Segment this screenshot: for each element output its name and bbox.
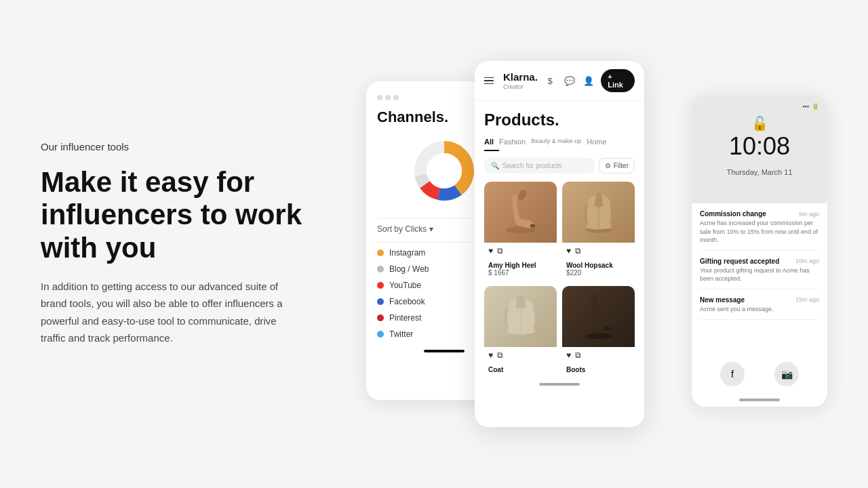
notif-2-time: 10m ago bbox=[795, 258, 819, 264]
copy-icon-3[interactable]: ⧉ bbox=[497, 350, 503, 360]
klarna-brand: Klarna. Creator bbox=[499, 71, 538, 90]
overline-text: Our influencer tools bbox=[41, 141, 326, 152]
notif-3-title: New message bbox=[700, 296, 745, 304]
search-box[interactable]: 🔍 Search for products bbox=[484, 158, 595, 174]
notif-2-header: Gifting request accepted 10m ago bbox=[700, 258, 819, 265]
filter-label: Filter bbox=[614, 162, 629, 169]
product-4-name: Boots bbox=[566, 366, 631, 373]
notif-1-time: 5m ago bbox=[799, 211, 819, 218]
notifications-list: Commission change 5m ago Acme has increa… bbox=[692, 203, 827, 327]
tab-home[interactable]: Home bbox=[587, 138, 612, 151]
phone-card: ▪▪▪ 🔋 🔓 10:08 Thursday, March 11 Commiss… bbox=[692, 95, 827, 407]
notification-3: New message 15m ago Acme sent you a mess… bbox=[700, 296, 819, 320]
notif-3-body: Acme sent you a message. bbox=[700, 305, 819, 314]
notif-1-header: Commission change 5m ago bbox=[700, 210, 819, 218]
product-card-4: ♥ ⧉ Boots bbox=[562, 286, 635, 378]
svg-rect-7 bbox=[530, 224, 535, 228]
hamburger-icon[interactable] bbox=[484, 77, 494, 85]
tab-all[interactable]: All bbox=[484, 138, 499, 151]
chat-icon[interactable]: 💬 bbox=[562, 73, 576, 88]
heart-icon-2[interactable]: ♥ bbox=[566, 246, 571, 256]
products-bottom-bar bbox=[539, 383, 580, 386]
svg-point-11 bbox=[585, 333, 612, 340]
notif-2-title: Gifting request accepted bbox=[700, 258, 779, 265]
klarna-header: Klarna. Creator $ 💬 👤 + Link bbox=[475, 61, 644, 101]
heart-icon-4[interactable]: ♥ bbox=[566, 350, 571, 360]
phone-top: ▪▪▪ 🔋 🔓 10:08 Thursday, March 11 bbox=[692, 95, 827, 203]
tab-beauty[interactable]: Beauty & make-up bbox=[531, 138, 587, 151]
product-4-actions: ♥ ⧉ bbox=[562, 347, 635, 363]
heart-icon-3[interactable]: ♥ bbox=[488, 350, 493, 360]
phone-bottom: f 📷 bbox=[692, 355, 827, 393]
facebook-app-icon[interactable]: f bbox=[720, 362, 745, 386]
search-placeholder: Search for products bbox=[502, 162, 561, 169]
product-img-1 bbox=[484, 182, 557, 243]
user-icon[interactable]: 👤 bbox=[582, 73, 595, 88]
boot-svg bbox=[497, 185, 545, 239]
dot2 bbox=[385, 95, 391, 100]
facebook-dot bbox=[377, 298, 384, 305]
notif-3-header: New message 15m ago bbox=[700, 296, 819, 304]
battery-icon: 🔋 bbox=[812, 103, 819, 110]
product-3-name: Coat bbox=[488, 366, 553, 373]
notif-1-body: Acme has increased your commission per s… bbox=[700, 219, 819, 245]
product-img-2 bbox=[562, 182, 635, 243]
notif-2-body: Your product gifting request to Acme has… bbox=[700, 266, 819, 283]
coat-svg bbox=[575, 185, 623, 239]
pinterest-dot bbox=[377, 314, 384, 321]
product-2-name: Wool Hopsack bbox=[566, 262, 631, 269]
lock-icon: 🔓 bbox=[751, 115, 768, 131]
notification-2: Gifting request accepted 10m ago Your pr… bbox=[700, 258, 819, 289]
product-3-actions: ♥ ⧉ bbox=[484, 347, 557, 363]
headline-line1: Make it easy for bbox=[41, 166, 254, 198]
filter-button[interactable]: ⚙ Filter bbox=[599, 158, 635, 174]
product-1-price: $ 1667 bbox=[488, 269, 553, 277]
signal-icon: ▪▪▪ bbox=[802, 103, 809, 110]
coat2-svg bbox=[497, 289, 545, 344]
dot1 bbox=[377, 95, 382, 100]
products-body: Products. All Fashion Beauty & make-up H… bbox=[475, 101, 644, 395]
copy-icon-4[interactable]: ⧉ bbox=[575, 350, 581, 360]
link-button[interactable]: + Link bbox=[601, 69, 635, 92]
copy-icon-2[interactable]: ⧉ bbox=[575, 246, 581, 256]
instagram-dot bbox=[377, 249, 384, 256]
channels-bottom-bar bbox=[424, 350, 465, 352]
product-3-info: Coat bbox=[484, 363, 557, 378]
product-1-actions: ♥ ⧉ bbox=[484, 243, 557, 259]
donut-chart bbox=[410, 137, 478, 205]
date-display: Thursday, March 11 bbox=[726, 168, 792, 176]
klarna-logo: Klarna. bbox=[503, 71, 538, 83]
left-section: Our influencer tools Make it easy for in… bbox=[41, 141, 326, 347]
products-grid: ♥ ⧉ Amy High Heel $ 1667 bbox=[484, 182, 635, 378]
boot2-svg bbox=[575, 289, 623, 344]
headline-line2: influencers to work bbox=[41, 199, 302, 230]
product-card-1: ♥ ⧉ Amy High Heel $ 1667 bbox=[484, 182, 557, 281]
notif-3-time: 15m ago bbox=[795, 296, 819, 303]
blog-dot bbox=[377, 266, 384, 272]
svg-point-5 bbox=[427, 153, 462, 188]
dollar-icon[interactable]: $ bbox=[543, 73, 557, 88]
phone-bottom-bar bbox=[739, 399, 780, 401]
filter-icon: ⚙ bbox=[605, 162, 611, 169]
product-card-3: ♥ ⧉ Coat bbox=[484, 286, 557, 378]
heart-icon-1[interactable]: ♥ bbox=[488, 246, 493, 256]
product-1-info: Amy High Heel $ 1667 bbox=[484, 259, 557, 281]
camera-app-icon[interactable]: 📷 bbox=[774, 362, 799, 386]
right-section: Channels. Sort by Clicks bbox=[366, 61, 827, 427]
notif-1-title: Commission change bbox=[700, 210, 766, 218]
phone-status-bar: ▪▪▪ 🔋 bbox=[802, 103, 819, 110]
search-icon: 🔍 bbox=[491, 162, 499, 169]
sort-label: Sort by Clicks bbox=[377, 224, 427, 234]
product-2-info: Wool Hopsack $220 bbox=[562, 259, 635, 281]
headline-line3: with you bbox=[41, 232, 156, 264]
header-icons: $ 💬 👤 + Link bbox=[543, 69, 635, 92]
tab-fashion[interactable]: Fashion bbox=[499, 138, 531, 151]
svg-rect-12 bbox=[604, 327, 612, 331]
dot3 bbox=[393, 95, 399, 100]
page-container: Our influencer tools Make it easy for in… bbox=[0, 0, 868, 488]
notification-1: Commission change 5m ago Acme has increa… bbox=[700, 210, 819, 251]
sort-chevron: ▾ bbox=[429, 224, 433, 234]
product-4-info: Boots bbox=[562, 363, 635, 378]
copy-icon-1[interactable]: ⧉ bbox=[497, 246, 503, 256]
product-2-actions: ♥ ⧉ bbox=[562, 243, 635, 259]
